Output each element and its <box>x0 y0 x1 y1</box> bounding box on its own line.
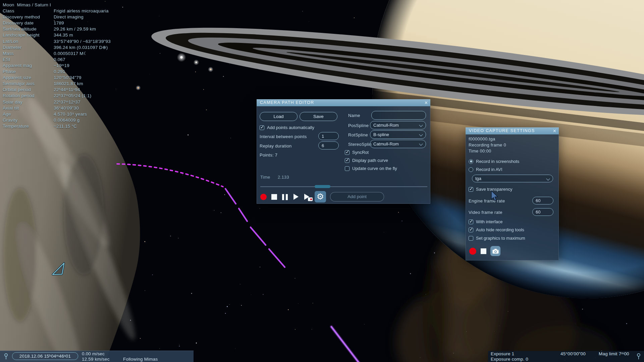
video-capture-settings-dialog: VIDEO CAPTURE SETTINGS × f0000000.tga Re… <box>466 127 559 260</box>
record-avi-radio[interactable]: Record in AVI <box>469 167 502 172</box>
load-button[interactable]: Load <box>260 112 298 121</box>
checkbox-icon <box>469 236 473 241</box>
settings-gear-button[interactable]: ⚙ <box>315 191 326 202</box>
engine-frame-rate-input[interactable] <box>532 197 553 204</box>
info-row: Discovery methodDirect imaging <box>3 14 111 20</box>
sync-rot-checkbox[interactable]: SyncRot <box>345 150 369 155</box>
info-label: Apparent size <box>3 75 54 81</box>
pos-spline-select[interactable]: Catmull-Rom <box>370 121 426 129</box>
info-value: Frigid airless microaquaria <box>54 8 109 14</box>
display-path-checkbox[interactable]: Display path curve <box>345 158 388 163</box>
add-point-button[interactable]: Add point <box>330 192 384 201</box>
close-icon[interactable]: × <box>425 99 428 106</box>
video-capture-titlebar[interactable]: VIDEO CAPTURE SETTINGS <box>466 127 559 134</box>
capture-filename: f0000000.tga <box>469 136 495 141</box>
speed-primary: 0.00 m/sec <box>82 351 105 356</box>
checkbox-icon <box>260 125 264 130</box>
mag-limit-value: Mag limit 7ᵐ00 <box>599 351 629 356</box>
info-row: Mass0.00050317 M☾ <box>3 51 111 57</box>
checkbox-label: SyncRot <box>352 150 369 155</box>
rot-spline-select[interactable]: B-spline <box>370 130 426 139</box>
checkbox-icon <box>469 228 473 232</box>
spaceengine-viewport: Moon Mimas / Saturn I ClassFrigid airles… <box>0 0 644 362</box>
info-row: Gravity0.0064009 g <box>3 117 111 123</box>
name-input[interactable] <box>371 111 426 120</box>
exposure-comp-value: Exposure comp. 0 <box>491 357 528 362</box>
radio-icon <box>469 167 473 172</box>
recording-time-status: Time 00:00 <box>469 148 491 154</box>
info-label: Temperature <box>3 123 54 129</box>
object-info-panel: Moon Mimas / Saturn I ClassFrigid airles… <box>3 2 111 129</box>
time-label: Time <box>260 175 270 180</box>
checkbox-label: Add points automatically <box>267 125 314 130</box>
add-points-auto-checkbox[interactable]: Add points automatically <box>260 125 314 130</box>
record-screenshots-radio[interactable]: Record in screenshots <box>469 159 519 164</box>
time-slider-handle[interactable] <box>315 185 330 188</box>
time-value: 2.133 <box>278 175 289 180</box>
time-slider-track[interactable] <box>260 186 427 187</box>
info-label: Rotation period <box>3 93 54 99</box>
info-value: −19ᵐ19 <box>54 63 69 69</box>
interval-input[interactable] <box>318 132 339 140</box>
info-value: 0.0064009 g <box>54 117 79 123</box>
info-value: 396.24 km (0.031097 D⊕) <box>54 45 108 51</box>
fov-value: 45°00'00"00 <box>560 351 586 356</box>
info-label: Mass <box>3 51 54 57</box>
info-label: Surf/sea altitude <box>3 26 54 32</box>
checkbox-icon <box>469 220 473 224</box>
camera-path-editor-dialog: CAMERA PATH EDITOR × Load Save Add point… <box>257 99 430 204</box>
play-icon[interactable] <box>293 194 299 200</box>
save-button[interactable]: Save <box>300 112 337 121</box>
info-value: 33°57'49"90 / −63°18'39"93 <box>54 39 111 45</box>
info-row: Surf/sea altitude29.26 km / 29.59 km <box>3 26 111 32</box>
checkbox-label: With interface <box>476 219 502 224</box>
stop-icon[interactable] <box>271 194 277 200</box>
info-row: Lat/Lon33°57'49"90 / −63°18'39"93 <box>3 39 111 45</box>
datetime-display[interactable]: 2018.12.06 15ʰ04ᵐ46ˢ01 <box>12 352 78 360</box>
pos-spline-label: PosSpline <box>348 123 369 128</box>
info-value: 36°40'09"30 <box>54 105 79 111</box>
rot-spline-label: RotSpline <box>348 132 368 137</box>
surface-pin-icon[interactable] <box>3 353 9 360</box>
checkbox-label: Auto hide recording tools <box>476 227 524 232</box>
close-icon[interactable]: × <box>553 127 556 134</box>
info-label: Discovery method <box>3 14 54 20</box>
pause-icon[interactable] <box>282 194 288 200</box>
info-value: 4.570·10⁹ years <box>54 111 87 117</box>
info-value: 186021.87 km <box>54 81 83 87</box>
format-select[interactable]: tga <box>472 175 553 182</box>
info-value: 0.00050317 M☾ <box>54 51 88 57</box>
info-label: Axial tilt <box>3 105 54 111</box>
stop-icon[interactable] <box>481 248 486 254</box>
status-bar-right: Exposure 1 Exposure comp. 0 45°00'00"00 … <box>488 351 644 362</box>
record-icon[interactable] <box>260 194 267 200</box>
info-value: 0.291 <box>54 69 65 75</box>
info-row: Orbital period22ʰ44ᵐ11ˢ94 <box>3 87 111 93</box>
screenshot-camera-button[interactable] <box>490 246 500 256</box>
auto-hide-tools-checkbox[interactable]: Auto hide recording tools <box>469 227 524 232</box>
replay-duration-input[interactable] <box>318 141 339 149</box>
info-row: Rotation period22ʰ37ᵐ05ˢ24 (1:1) <box>3 93 111 99</box>
info-row: Apparent size120°50'34"79 <box>3 75 111 81</box>
info-value: 22ʰ37ᵐ05ˢ24 (1:1) <box>54 93 91 99</box>
info-value: −211.15 °C <box>54 123 77 129</box>
info-label: Gravity <box>3 117 54 123</box>
info-value: 22ʰ37ᵐ12ˢ37 <box>54 99 80 105</box>
pos-spline-value: Catmull-Rom <box>373 123 399 128</box>
record-icon[interactable] <box>469 248 476 255</box>
update-curve-checkbox[interactable]: Update curve on the fly <box>345 166 397 171</box>
checkbox-label: Set graphics to maximum <box>476 236 525 241</box>
format-value: tga <box>475 176 481 181</box>
camera-path-editor-titlebar[interactable]: CAMERA PATH EDITOR <box>257 99 430 106</box>
info-value: 22ʰ44ᵐ11ˢ94 <box>54 87 80 93</box>
max-graphics-checkbox[interactable]: Set graphics to maximum <box>469 236 525 241</box>
surface-pin-icon[interactable] <box>636 353 641 360</box>
video-frame-rate-input[interactable] <box>532 208 553 216</box>
checkbox-icon <box>469 187 473 192</box>
info-row: ESI0.067 <box>3 57 111 63</box>
play-and-record-icon[interactable] <box>304 194 314 202</box>
stereo-spline-select[interactable]: Catmull-Rom <box>370 140 426 148</box>
with-interface-checkbox[interactable]: With interface <box>469 219 502 224</box>
exposure-value: Exposure 1 <box>491 351 514 356</box>
info-row: Diameter396.24 km (0.031097 D⊕) <box>3 45 111 51</box>
